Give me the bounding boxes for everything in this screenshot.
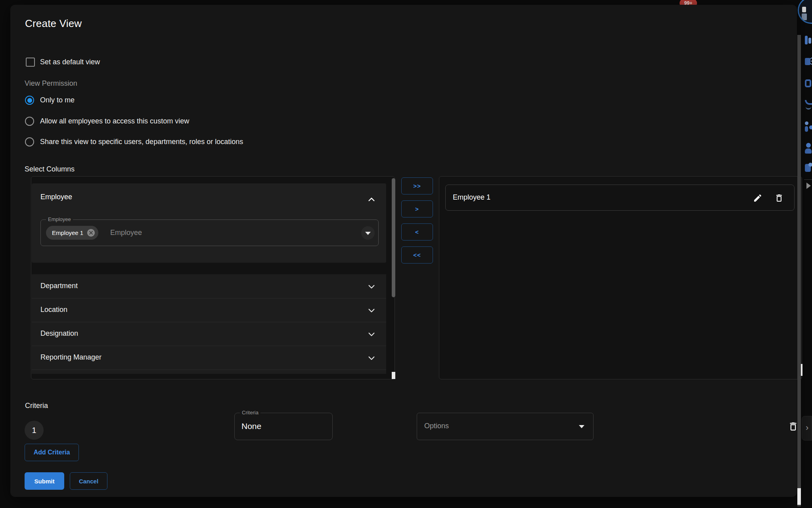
- accordion-reporting-manager-label: Reporting Manager: [40, 353, 102, 362]
- pill-shape: [805, 126, 808, 132]
- rect-shape: [805, 79, 811, 87]
- set-default-label: Set as default view: [40, 58, 100, 66]
- chevron-down-icon: [367, 282, 376, 291]
- add-criteria-button[interactable]: Add Criteria: [25, 444, 79, 461]
- avatar-image-fragment: [802, 13, 807, 20]
- options-dropdown[interactable]: Options: [417, 413, 594, 440]
- accordion-department[interactable]: Department: [32, 274, 386, 298]
- trash-icon: [774, 193, 784, 203]
- device-icon[interactable]: [805, 79, 812, 89]
- selected-column-label: Employee 1: [453, 193, 490, 202]
- move-left-button[interactable]: <: [401, 223, 433, 241]
- divider: [32, 298, 386, 298]
- modal-scrollbar-thumb[interactable]: [797, 488, 801, 505]
- caret-down-icon: [579, 425, 584, 428]
- avatar-image-fragment: [802, 7, 806, 12]
- dot-shape: [805, 121, 808, 125]
- criteria-field-value: None: [241, 421, 261, 431]
- create-view-dialog: Create View Set as default view View Per…: [10, 5, 797, 497]
- employee-multiselect-field[interactable]: Employee Employee 1: [40, 219, 379, 246]
- radio-all-employees[interactable]: [25, 117, 34, 126]
- trash-icon: [788, 421, 799, 432]
- criteria-section-label: Criteria: [25, 402, 48, 410]
- select-columns-label: Select Columns: [25, 165, 75, 173]
- screen: 99+ › Create View: [0, 0, 812, 508]
- move-right-button[interactable]: >: [401, 200, 433, 217]
- criteria-field[interactable]: Criteria None: [234, 413, 333, 440]
- modal-scrollbar[interactable]: [797, 35, 801, 506]
- accordion-designation[interactable]: Designation: [32, 322, 386, 346]
- check-shape: [808, 163, 812, 167]
- chevron-down-icon: [367, 354, 376, 362]
- divider: [32, 369, 386, 370]
- chip-cancel-icon[interactable]: [86, 228, 96, 237]
- radio-share-specific-label: Share this view to specific users, depar…: [40, 138, 243, 146]
- divider: [32, 346, 386, 346]
- person-icon[interactable]: [805, 143, 812, 153]
- submit-button[interactable]: Submit: [25, 472, 64, 490]
- ray-shape: [810, 57, 812, 59]
- accordion-employee: Employee Employee Employee 1: [32, 183, 386, 263]
- radio-share-specific[interactable]: [25, 137, 34, 146]
- employee-chip[interactable]: Employee 1: [46, 226, 98, 240]
- options-placeholder: Options: [424, 422, 449, 430]
- chevron-down-icon: [367, 330, 376, 339]
- swoosh-icon[interactable]: [805, 100, 812, 110]
- accordion-location-label: Location: [40, 306, 67, 314]
- bar-shape: [808, 38, 811, 44]
- selected-columns-panel: Employee 1: [439, 176, 802, 379]
- cancel-button[interactable]: Cancel: [70, 472, 107, 490]
- chevron-up-icon: [367, 195, 376, 204]
- accordion-employee-title: Employee: [40, 193, 72, 201]
- selected-column-row: Employee 1: [445, 185, 795, 211]
- criteria-row-number: 1: [25, 421, 44, 440]
- chevron-down-icon: [367, 306, 376, 315]
- collapsed-panel-toggle[interactable]: ›: [802, 416, 812, 441]
- divider: [32, 322, 386, 322]
- radio-only-to-me[interactable]: [25, 96, 34, 105]
- edit-column-button[interactable]: [751, 192, 764, 204]
- box-shape: [805, 58, 810, 65]
- accordion-partial-row: [32, 369, 386, 374]
- available-columns-panel: Employee Employee Employee 1: [31, 176, 395, 379]
- caret-down-icon: [365, 232, 371, 235]
- bar-shape: [805, 36, 808, 44]
- accordion-reporting-manager[interactable]: Reporting Manager: [32, 346, 386, 369]
- expand-arrow-icon[interactable]: [806, 183, 811, 189]
- field-dropdown-button[interactable]: [361, 226, 375, 240]
- move-all-left-button[interactable]: <<: [401, 246, 433, 264]
- delete-column-button[interactable]: [773, 192, 785, 204]
- employee-chip-label: Employee 1: [52, 229, 83, 236]
- head-shape: [806, 143, 811, 148]
- pencil-icon: [753, 193, 762, 203]
- available-panel-scrollbar-thumb[interactable]: [392, 178, 395, 297]
- org-chart-icon[interactable]: [805, 121, 812, 132]
- dialog-title: Create View: [25, 17, 82, 30]
- employee-field-legend: Employee: [46, 216, 73, 222]
- avatar[interactable]: [798, 0, 812, 24]
- set-default-checkbox[interactable]: [26, 58, 35, 67]
- accordion-employee-header[interactable]: Employee: [32, 183, 386, 207]
- radio-only-to-me-label: Only to me: [40, 96, 75, 104]
- task-check-icon[interactable]: [805, 163, 812, 173]
- move-all-right-button[interactable]: >>: [401, 177, 433, 194]
- curve-shape: [806, 106, 811, 110]
- dot-shape: [809, 125, 812, 129]
- view-permission-label: View Permission: [25, 79, 77, 88]
- curve-shape: [805, 100, 812, 105]
- employee-search-input[interactable]: [110, 225, 269, 240]
- criteria-field-legend: Criteria: [240, 410, 260, 416]
- available-panel-hscroll-thumb[interactable]: [392, 372, 395, 379]
- accordion-location[interactable]: Location: [32, 298, 386, 322]
- columns-chart-icon[interactable]: [805, 35, 812, 45]
- sidebar-divider: [804, 179, 812, 180]
- body-shape: [805, 148, 812, 154]
- accordion-designation-label: Designation: [40, 329, 78, 338]
- radio-all-employees-label: Allow all employees to access this custo…: [40, 117, 189, 125]
- announcement-icon[interactable]: [805, 57, 812, 67]
- accordion-department-label: Department: [40, 282, 78, 290]
- chevron-right-icon: ›: [806, 423, 808, 433]
